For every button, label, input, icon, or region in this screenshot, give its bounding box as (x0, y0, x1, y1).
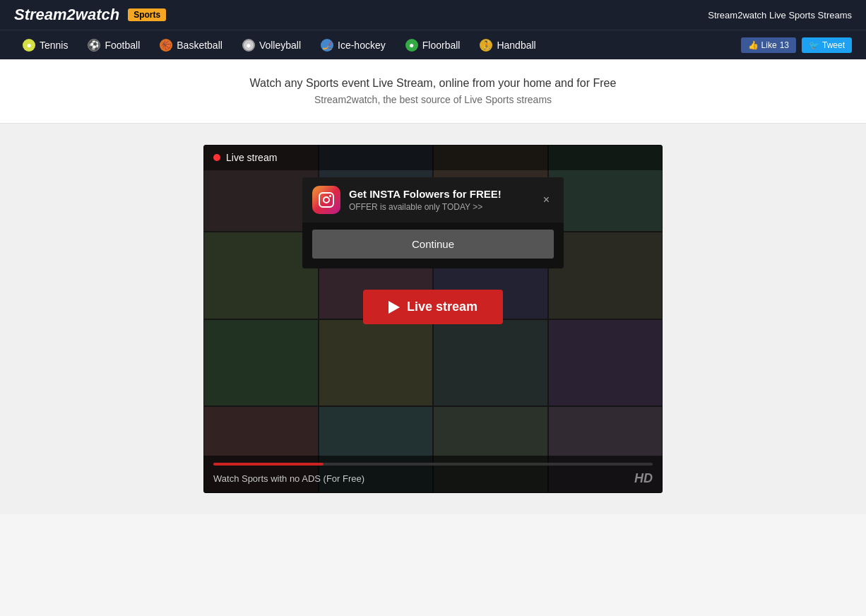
nav-items: ● Tennis ⚽ Football 🏀 Basketball ● Volle… (14, 35, 545, 56)
popup-header-left: Get INSTA Folowers for FREE! OFFER is av… (312, 186, 502, 214)
play-icon (388, 301, 400, 314)
player-bottom-bar: Watch Sports with no ADS (For Free) HD (203, 456, 663, 493)
basketball-icon: 🏀 (160, 39, 172, 52)
live-dot (213, 154, 220, 161)
fb-thumb-icon: 👍 (748, 40, 759, 50)
tagline-main: Watch any Sports event Live Stream, onli… (14, 77, 852, 90)
nav-buttons: 👍 Like 13 🐦 Tweet (741, 37, 852, 53)
nav-label-tennis: Tennis (40, 40, 68, 51)
main-content: Live stream (0, 124, 866, 514)
nav-label-icehockey: Ice-hockey (338, 40, 386, 51)
nav-item-floorball[interactable]: ● Floorball (397, 35, 469, 56)
player-wrapper: Live stream (203, 145, 663, 493)
progress-bar-fill (213, 463, 324, 466)
nav-label-volleyball: Volleyball (259, 40, 301, 51)
instagram-icon (312, 186, 340, 214)
tagline-sub: Stream2watch, the best source of Live Sp… (14, 94, 852, 105)
main-nav: ● Tennis ⚽ Football 🏀 Basketball ● Volle… (0, 30, 866, 59)
svg-rect-0 (319, 193, 333, 207)
player-content: Live stream (203, 145, 663, 413)
site-header: Stream2watch Sports Stream2watch Live Sp… (0, 0, 866, 30)
handball-icon: 🤾 (480, 39, 492, 52)
nav-item-volleyball[interactable]: ● Volleyball (234, 35, 309, 56)
nav-label-football: Football (105, 40, 140, 51)
progress-bar-background (213, 463, 653, 466)
tennis-icon: ● (23, 39, 35, 52)
nav-item-icehockey[interactable]: 🏒 Ice-hockey (312, 35, 394, 56)
icehockey-icon: 🏒 (321, 39, 333, 52)
volleyball-icon: ● (242, 39, 255, 52)
live-label: Live stream (226, 152, 277, 163)
popup-subtitle: OFFER is available only TODAY >> (349, 202, 502, 212)
popup-continue-button[interactable]: Continue (312, 230, 554, 259)
nav-label-floorball: Floorball (422, 40, 461, 51)
fb-like-count: 13 (780, 40, 789, 50)
popup-close-button[interactable]: × (539, 193, 554, 207)
live-stream-btn-label: Live stream (407, 300, 478, 314)
site-title[interactable]: Stream2watch (14, 6, 119, 24)
hd-badge: HD (634, 471, 653, 486)
tweet-button[interactable]: 🐦 Tweet (802, 37, 852, 53)
player-inner: Live stream (203, 145, 663, 493)
tagline-section: Watch any Sports event Live Stream, onli… (0, 59, 866, 124)
header-tagline: Stream2watch Live Sports Streams (708, 10, 852, 20)
header-left: Stream2watch Sports (14, 6, 166, 24)
football-icon: ⚽ (88, 39, 100, 52)
nav-item-tennis[interactable]: ● Tennis (14, 35, 76, 56)
popup-title: Get INSTA Folowers for FREE! (349, 188, 502, 200)
player-bottom-text: Watch Sports with no ADS (For Free) HD (213, 471, 653, 486)
ad-popup: Get INSTA Folowers for FREE! OFFER is av… (302, 177, 564, 268)
sports-badge: Sports (128, 8, 166, 21)
popup-header: Get INSTA Folowers for FREE! OFFER is av… (302, 177, 564, 223)
nav-item-football[interactable]: ⚽ Football (79, 35, 148, 56)
watch-text: Watch Sports with no ADS (For Free) (213, 473, 364, 484)
nav-label-handball: Handball (497, 40, 535, 51)
live-stream-button[interactable]: Live stream (363, 290, 503, 324)
tweet-label: Tweet (822, 40, 845, 50)
nav-item-basketball[interactable]: 🏀 Basketball (151, 35, 231, 56)
popup-text-block: Get INSTA Folowers for FREE! OFFER is av… (349, 188, 502, 212)
nav-label-basketball: Basketball (177, 40, 223, 51)
twitter-icon: 🐦 (809, 40, 819, 50)
nav-item-handball[interactable]: 🤾 Handball (471, 35, 544, 56)
svg-point-2 (329, 195, 331, 197)
fb-like-label: Like (761, 40, 777, 50)
svg-point-1 (324, 197, 329, 203)
live-bar: Live stream (203, 145, 663, 170)
facebook-like-button[interactable]: 👍 Like 13 (741, 37, 796, 53)
popup-continue-area: Continue (302, 223, 564, 268)
floorball-icon: ● (405, 39, 418, 52)
live-stream-btn-area: Live stream (203, 276, 663, 338)
